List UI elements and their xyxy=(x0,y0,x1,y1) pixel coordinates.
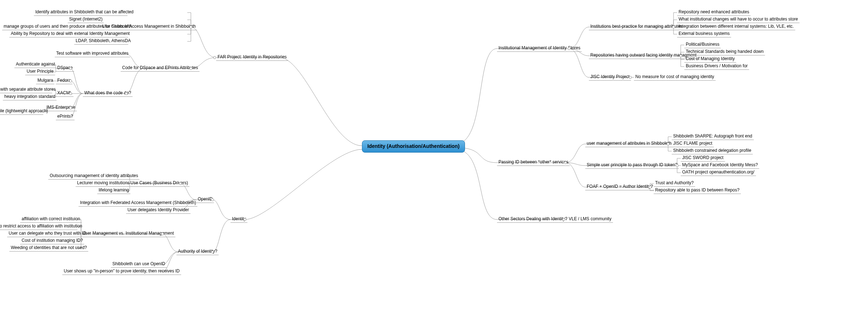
fold-icon[interactable] xyxy=(243,218,246,221)
leaf: Political/Business xyxy=(684,41,721,48)
fold-icon[interactable] xyxy=(211,198,214,201)
leaf: Repository need enhanced attributes xyxy=(677,8,751,16)
fold-icon[interactable] xyxy=(562,218,565,221)
leaf: Ability by Repository to deal with exten… xyxy=(9,30,128,37)
fold-icon[interactable] xyxy=(568,47,571,50)
fold-icon[interactable] xyxy=(564,161,567,164)
fold-icon[interactable] xyxy=(69,107,72,109)
inst-best[interactable]: Institutions best-practice for managing … xyxy=(589,23,684,30)
leaf: lifelong learning xyxy=(97,186,130,194)
fold-icon[interactable] xyxy=(161,232,164,235)
leaf: JISC SWORD project xyxy=(681,154,725,162)
far-project[interactable]: FAR Project: Identity in Repositories xyxy=(216,53,288,61)
leaf: Outsourcing management of identity attri… xyxy=(48,172,139,180)
leaf: manage groups of users and then produce … xyxy=(2,23,128,30)
fold-icon[interactable] xyxy=(213,56,216,59)
root-node[interactable]: Identity (Authorisation/Authentication) xyxy=(362,140,465,153)
leaf: Cost of institution managing ID? xyxy=(20,237,84,244)
leaf: Signet (Internet2) xyxy=(68,15,104,23)
leaf: Integration with Federated Access Manage… xyxy=(79,199,197,207)
leaf: User Principle xyxy=(25,68,55,75)
leaf: Weeding of identities that are not used? xyxy=(9,244,88,252)
leaf: User delegates Identity Provider xyxy=(126,206,191,214)
leaf: OATH project openauthentication.org/ xyxy=(681,168,756,176)
fold-icon[interactable] xyxy=(179,182,182,185)
leaf: User shows up "in-person" to prove ident… xyxy=(62,267,181,275)
leaf: VLE / LMS community xyxy=(567,215,613,223)
leaf: No measure for cost of managing identity xyxy=(634,73,716,81)
passing-shib[interactable]: user management of attributes in Shibbol… xyxy=(585,140,673,147)
leaf: What institutional changes will have to … xyxy=(677,15,800,23)
far-code[interactable]: Code for DSpace and EPrints Attributes xyxy=(121,64,200,72)
leaf: ApplicationProfile (lightweight approach… xyxy=(0,107,43,115)
inst-jisc[interactable]: JISC Identity Project xyxy=(589,73,631,81)
leaf: Identify attributes in Shibboleth that c… xyxy=(34,8,127,16)
fold-icon[interactable] xyxy=(189,67,192,70)
leaf: Integration between different internal s… xyxy=(677,23,795,30)
leaf: Mulgara xyxy=(36,77,54,84)
passing-id[interactable]: Passing ID between *other* services xyxy=(497,158,570,166)
fold-icon[interactable] xyxy=(679,54,682,57)
leaf: heavy integration standard xyxy=(3,93,57,100)
passing-foaf[interactable]: FOAF + OpenID = Author Identity? xyxy=(585,183,654,190)
leaf: Test software with improved attributes xyxy=(55,50,130,57)
leaf: Technical Standards being handed down xyxy=(684,48,765,55)
leaf: Lecturer moving institutions xyxy=(76,179,131,187)
eprints: ePrints? xyxy=(56,113,75,120)
leaf: Trust and Authority? xyxy=(654,179,695,187)
fold-icon[interactable] xyxy=(69,67,72,70)
leaf: affiliation with correct instituion xyxy=(20,215,82,223)
leaf: Business Drivers / Motivation for xyxy=(684,62,749,70)
fold-icon[interactable] xyxy=(69,80,72,82)
leaf: Authenticate against xyxy=(14,60,57,68)
fold-icon[interactable] xyxy=(125,92,128,95)
leaf: right to restrict access to affiliation … xyxy=(0,222,77,230)
leaf: User can delegate who they trust with ID xyxy=(7,230,88,237)
leaf: Shibboleth ShARPE: Autograph front end xyxy=(672,132,754,140)
leaf: LDAP, Shibboleth, AthensDA xyxy=(74,37,128,45)
leaf: External business systems xyxy=(677,30,731,37)
fold-icon[interactable] xyxy=(211,250,214,253)
fold-icon[interactable] xyxy=(672,26,675,28)
leaf: Shibboleth constrained delegation profil… xyxy=(672,147,753,154)
fold-icon[interactable] xyxy=(189,26,192,28)
leaf: Repository able to pass ID between Repos… xyxy=(654,186,741,194)
fold-icon[interactable] xyxy=(676,164,679,167)
leaf: Shibboleth can use OpenID xyxy=(111,260,167,268)
fold-icon[interactable] xyxy=(667,143,670,145)
other-sectors[interactable]: Other Sectors Dealing with Identity? xyxy=(497,215,569,223)
passing-simple[interactable]: Simple user principle to pass through ID… xyxy=(585,161,679,169)
leaf: Cost of Managing Identity xyxy=(684,55,736,63)
leaf: MySpace and Facebook Identity Mess? xyxy=(681,161,759,169)
fold-icon[interactable] xyxy=(629,76,632,79)
fold-icon[interactable] xyxy=(69,92,72,95)
fold-icon[interactable] xyxy=(649,186,652,189)
leaf: integrating systems with separate attrib… xyxy=(0,86,52,93)
leaf: JISC FLAME project xyxy=(672,140,714,147)
